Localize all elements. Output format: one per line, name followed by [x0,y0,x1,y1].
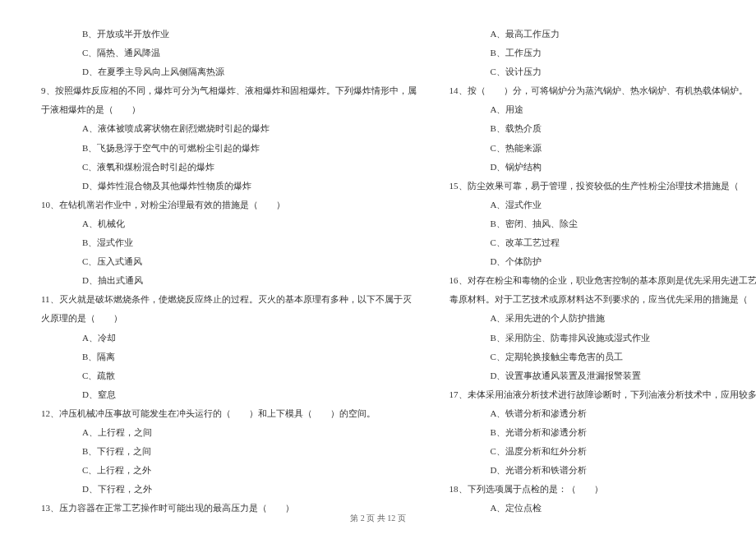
option: C、改革工艺过程 [449,233,757,252]
question-10: 10、在钻机凿岩作业中，对粉尘治理最有效的措施是（ ） [41,196,417,214]
option: B、湿式作业 [41,233,417,252]
question-15: 15、防尘效果可靠，易于管理，投资较低的生产性粉尘治理技术措施是（ ） [449,177,757,196]
option: C、热能来源 [449,139,757,158]
option: C、温度分析和红外分析 [449,442,757,461]
page-footer: 第 2 页 共 12 页 [0,513,756,524]
option: D、光谱分析和铁谱分析 [449,461,757,480]
left-column: B、开放或半开放作业 C、隔热、通风降温 D、在夏季主导风向上风侧隔离热源 9、… [41,25,417,468]
question-11: 11、灭火就是破坏燃烧条件，使燃烧反应终止的过程。灭火的基本原理有多种，以下不属… [41,290,417,309]
option: A、最高工作压力 [449,25,757,44]
question-18: 18、下列选项属于点检的是：（ ） [449,480,757,499]
option: C、定期轮换接触尘毒危害的员工 [449,348,757,366]
option: D、抽出式通风 [41,271,417,290]
option: D、设置事故通风装置及泄漏报警装置 [449,366,757,385]
option: A、用途 [449,100,757,119]
question-16-cont: 毒原材料。对于工艺技术或原材料达不到要求的，应当优先采用的措施是（ ） [449,290,757,309]
right-column: A、最高工作压力 B、工作压力 C、设计压力 14、按（ ）分，可将锅炉分为蒸汽… [449,25,757,468]
option: A、采用先进的个人防护措施 [449,309,757,328]
option: C、上行程，之外 [41,461,417,480]
option: D、锅炉结构 [449,158,757,177]
question-14: 14、按（ ）分，可将锅炉分为蒸汽锅炉、热水锅炉、有机热载体锅炉。 [449,81,757,100]
option: B、下行程，之间 [41,442,417,461]
option: D、下行程，之外 [41,480,417,499]
question-9: 9、按照爆炸反应相的不同，爆炸可分为气相爆炸、液相爆炸和固相爆炸。下列爆炸情形中… [41,81,417,100]
option: B、密闭、抽风、除尘 [449,214,757,233]
option: B、开放或半开放作业 [41,25,417,44]
option: A、冷却 [41,329,417,348]
option: B、载热介质 [449,119,757,138]
option: A、湿式作业 [449,196,757,214]
question-16: 16、对存在粉尘和毒物的企业，职业危害控制的基本原则是优先采用先进工艺技术和无毒… [449,271,757,290]
option: C、压入式通风 [41,252,417,271]
option: A、液体被喷成雾状物在剧烈燃烧时引起的爆炸 [41,119,417,138]
option: C、隔热、通风降温 [41,44,417,62]
option: A、机械化 [41,214,417,233]
option: A、上行程，之间 [41,423,417,442]
option: B、工作压力 [449,44,757,62]
document-page: B、开放或半开放作业 C、隔热、通风降温 D、在夏季主导风向上风侧隔离热源 9、… [0,0,756,501]
option: B、隔离 [41,348,417,366]
question-17: 17、未体采用油液分析技术进行故障诊断时，下列油液分析技术中，应用较多的是（ ） [449,385,757,404]
question-12: 12、冲压机械冲压事故可能发生在冲头运行的（ ）和上下模具（ ）的空间。 [41,404,417,423]
option: D、在夏季主导风向上风侧隔离热源 [41,62,417,81]
option: D、个体防护 [449,252,757,271]
option: C、疏散 [41,366,417,385]
option: B、光谱分析和渗透分析 [449,423,757,442]
question-11-cont: 火原理的是（ ） [41,309,417,328]
option: B、采用防尘、防毒排风设施或湿式作业 [449,329,757,348]
option: B、飞扬悬浮于空气中的可燃粉尘引起的爆炸 [41,139,417,158]
option: C、液氧和煤粉混合时引起的爆炸 [41,158,417,177]
option: D、爆炸性混合物及其他爆炸性物质的爆炸 [41,177,417,196]
question-9-cont: 于液相爆炸的是（ ） [41,100,417,119]
option: D、窒息 [41,385,417,404]
option: C、设计压力 [449,62,757,81]
option: A、铁谱分析和渗透分析 [449,404,757,423]
